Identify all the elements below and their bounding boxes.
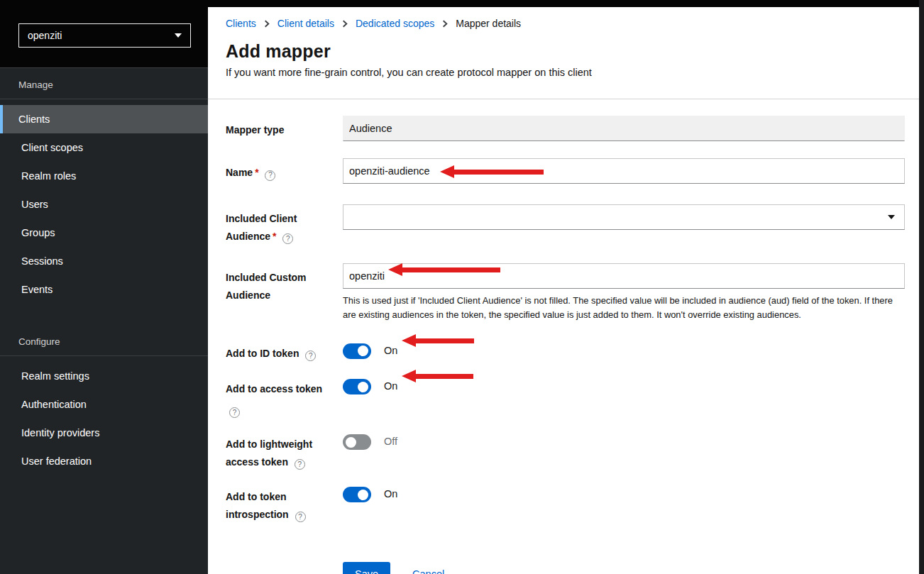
mapper-type-row: Mapper type	[226, 116, 905, 141]
add-to-id-token-label: Add to ID token	[226, 348, 299, 359]
required-indicator: *	[273, 231, 276, 242]
page-title: Add mapper	[226, 41, 905, 62]
sidebar-item-clients[interactable]: Clients	[0, 105, 208, 133]
toggle-knob	[346, 437, 356, 448]
breadcrumb-separator-icon	[342, 20, 348, 28]
help-icon[interactable]: ?	[229, 407, 240, 418]
nav-section-manage: Manage Clients Client scopes Realm roles…	[0, 68, 208, 304]
add-to-lightweight-access-token-state: Off	[384, 434, 397, 447]
chevron-down-icon	[175, 33, 182, 38]
nav-section-configure: Configure Realm settings Authentication …	[0, 329, 208, 475]
add-to-access-token-state: On	[384, 379, 397, 392]
sidebar-item-events[interactable]: Events	[0, 275, 208, 304]
included-custom-audience-help: This is used just if 'Included Client Au…	[343, 294, 905, 323]
nav-section-title-manage: Manage	[0, 68, 208, 99]
toggle-knob	[358, 490, 368, 500]
help-icon[interactable]: ?	[295, 512, 306, 522]
cancel-link[interactable]: Cancel	[412, 568, 444, 574]
mapper-type-field	[343, 116, 905, 141]
sidebar-item-realm-roles[interactable]: Realm roles	[0, 162, 208, 190]
sidebar-item-authentication[interactable]: Authentication	[0, 390, 208, 419]
sidebar-header: openziti	[0, 0, 208, 67]
name-field[interactable]	[343, 158, 905, 184]
help-icon[interactable]: ?	[282, 233, 293, 244]
add-to-id-token-toggle[interactable]	[343, 343, 371, 359]
add-to-access-token-row: Add to access token ? On	[226, 379, 905, 419]
main-content: Clients Client details Dedicated scopes …	[208, 7, 919, 574]
form-actions: Save Cancel	[226, 562, 905, 574]
breadcrumb-dedicated-scopes[interactable]: Dedicated scopes	[356, 18, 434, 29]
chevron-down-icon	[888, 215, 895, 219]
save-button[interactable]: Save	[343, 562, 390, 574]
add-to-id-token-state: On	[384, 343, 397, 356]
page-subtitle: If you want more fine-grain control, you…	[226, 67, 905, 78]
add-to-access-token-toggle[interactable]	[343, 379, 371, 394]
sidebar-nav: Manage Clients Client scopes Realm roles…	[0, 67, 208, 475]
add-to-token-introspection-state: On	[384, 487, 397, 500]
included-custom-audience-field[interactable]	[343, 263, 905, 289]
add-to-access-token-label: Add to access token	[226, 383, 322, 394]
sidebar-item-realm-settings[interactable]: Realm settings	[0, 362, 208, 390]
breadcrumb-separator-icon	[442, 20, 448, 28]
toggle-knob	[358, 382, 368, 392]
sidebar-item-user-federation[interactable]: User federation	[0, 447, 208, 475]
mapper-type-label: Mapper type	[226, 124, 284, 136]
add-to-lightweight-access-token-toggle[interactable]	[343, 434, 371, 450]
help-icon[interactable]: ?	[305, 351, 316, 361]
nav-section-title-configure: Configure	[0, 329, 208, 356]
sidebar-item-identity-providers[interactable]: Identity providers	[0, 419, 208, 447]
sidebar-item-groups[interactable]: Groups	[0, 219, 208, 247]
breadcrumb-mapper-details: Mapper details	[456, 18, 521, 29]
name-label: Name	[226, 167, 253, 178]
breadcrumb-client-details[interactable]: Client details	[277, 18, 334, 29]
add-to-token-introspection-label: Add to token introspection	[226, 491, 289, 520]
page-header: Clients Client details Dedicated scopes …	[208, 7, 919, 99]
breadcrumb: Clients Client details Dedicated scopes …	[226, 18, 905, 29]
sidebar: openziti Manage Clients Client scopes Re…	[0, 0, 208, 574]
add-to-token-introspection-row: Add to token introspection ? On	[226, 487, 905, 523]
included-client-audience-select[interactable]	[343, 204, 905, 230]
add-to-id-token-row: Add to ID token ? On	[226, 343, 905, 363]
add-mapper-form: Mapper type Name* ? Included Client Audi…	[208, 99, 919, 574]
included-client-audience-row: Included Client Audience* ?	[226, 204, 905, 245]
add-to-lightweight-access-token-row: Add to lightweight access token ? Off	[226, 434, 905, 470]
top-bar	[0, 0, 924, 7]
sidebar-item-sessions[interactable]: Sessions	[0, 247, 208, 275]
add-to-token-introspection-toggle[interactable]	[343, 487, 371, 502]
included-custom-audience-label: Included Custom Audience	[226, 272, 307, 301]
sidebar-item-users[interactable]: Users	[0, 190, 208, 219]
breadcrumb-separator-icon	[264, 20, 270, 28]
scrollbar-track[interactable]	[919, 0, 924, 574]
help-icon[interactable]: ?	[295, 459, 305, 470]
required-indicator: *	[255, 167, 258, 178]
included-custom-audience-row: Included Custom Audience This is used ju…	[226, 263, 905, 323]
realm-selector-value: openziti	[28, 30, 62, 41]
breadcrumb-clients[interactable]: Clients	[226, 18, 256, 29]
realm-selector[interactable]: openziti	[18, 23, 191, 48]
toggle-knob	[358, 346, 368, 356]
help-icon[interactable]: ?	[265, 170, 275, 181]
sidebar-item-client-scopes[interactable]: Client scopes	[0, 133, 208, 162]
name-row: Name* ?	[226, 158, 905, 184]
